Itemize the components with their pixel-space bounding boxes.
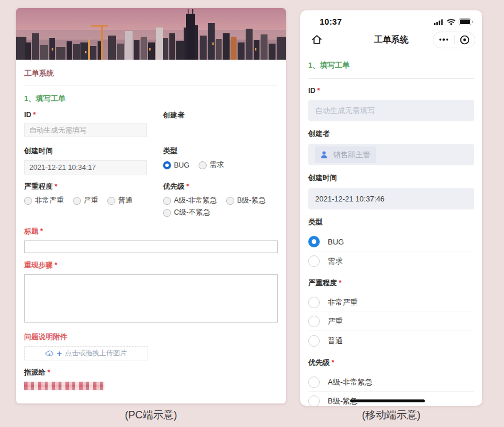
priority-option-b[interactable]: B级-紧急 (226, 196, 266, 205)
wifi-icon (447, 18, 456, 25)
assignee-label: 指派给* (24, 368, 278, 378)
required-marker: * (317, 87, 320, 95)
required-marker: * (33, 111, 36, 119)
created-time-input[interactable]: 2021-12-21 10:37:46 (308, 188, 474, 209)
more-button[interactable] (435, 32, 452, 48)
mobile-caption: (移动端示意) (300, 408, 482, 422)
steps-label: 重现步骤* (24, 261, 278, 270)
upload-dropzone[interactable]: + 点击或拖拽上传图片 (24, 346, 148, 360)
pc-caption: (PC端示意) (16, 408, 286, 422)
required-marker: * (48, 368, 51, 376)
pc-field-severity: 严重程度* 非常严重 严重 普通 (24, 182, 147, 218)
pc-section-title: 1、填写工单 (24, 94, 278, 104)
radio-selected-icon (308, 236, 320, 247)
radio-icon (308, 376, 320, 388)
radio-icon (308, 335, 320, 347)
radio-icon (308, 297, 320, 308)
home-button[interactable] (307, 30, 327, 49)
upload-text: 点击或拖拽上传图片 (65, 348, 127, 358)
creator-input[interactable]: 销售部主管 (308, 144, 474, 165)
severity-option-serious[interactable]: 严重 (73, 196, 98, 205)
creator-label: 创建者 (308, 129, 474, 139)
radio-icon (199, 161, 207, 169)
id-input[interactable]: 自动生成无需填写 (308, 100, 474, 121)
pc-field-title: 标题* (24, 227, 278, 253)
title-label: 标题* (24, 227, 278, 236)
pc-field-creator: 创建者 (163, 111, 278, 139)
radio-icon (226, 197, 234, 205)
steps-textarea[interactable] (24, 274, 278, 323)
plus-icon: + (57, 349, 62, 358)
mobile-panel: 10:37 (300, 10, 482, 406)
radio-icon (308, 395, 320, 406)
severity-option-critical[interactable]: 非常严重 (308, 293, 474, 312)
radio-icon (308, 316, 320, 327)
creator-label: 创建者 (163, 111, 278, 121)
miniprogram-capsule (433, 32, 475, 48)
required-marker: * (55, 261, 57, 269)
assignee-redacted-value (24, 382, 104, 390)
pc-field-type: 类型 BUG 需求 (163, 146, 278, 174)
attachment-label: 问题说明附件 (24, 332, 278, 342)
type-label: 类型 (308, 218, 474, 227)
battery-icon (459, 18, 473, 25)
severity-label: 严重程度* (308, 278, 474, 288)
capsule-close-icon (460, 35, 470, 45)
pc-field-id: ID* (24, 111, 147, 139)
id-input[interactable] (24, 123, 147, 137)
priority-label: 优先级* (308, 358, 474, 368)
capsule-close-button[interactable] (456, 32, 473, 48)
pc-field-attachment: 问题说明附件 + 点击或拖拽上传图片 (24, 332, 278, 360)
required-marker: * (332, 359, 335, 367)
radio-icon (163, 197, 171, 205)
severity-option-serious[interactable]: 严重 (308, 312, 474, 331)
priority-option-b[interactable]: B级-紧急 (308, 392, 474, 406)
priority-label: 优先级* (163, 182, 278, 192)
radio-icon (73, 197, 81, 205)
capsule-divider (454, 35, 455, 44)
city-skyline-image (16, 8, 286, 60)
title-input[interactable] (24, 240, 278, 253)
required-marker: * (339, 279, 342, 287)
radio-icon (24, 197, 32, 205)
creator-tag: 销售部主管 (315, 146, 376, 163)
priority-option-c[interactable]: C级-不紧急 (163, 208, 210, 218)
created-time-label: 创建时间 (24, 146, 147, 156)
radio-icon (308, 255, 320, 267)
cloud-upload-icon (45, 350, 54, 357)
created-time-label: 创建时间 (308, 173, 474, 183)
status-time: 10:37 (320, 17, 342, 26)
required-marker: * (55, 183, 57, 191)
priority-option-a[interactable]: A级-非常紧急 (163, 196, 217, 205)
created-time-input[interactable] (24, 160, 147, 174)
mobile-section-title: 1、填写工单 (308, 53, 474, 79)
pc-field-priority: 优先级* A级-非常紧急 B级-紧急 C级-不紧急 (163, 182, 278, 218)
signal-icon (434, 19, 444, 25)
type-option-requirement[interactable]: 需求 (199, 160, 224, 170)
type-option-bug[interactable]: BUG (163, 160, 189, 170)
type-label: 类型 (163, 146, 278, 156)
pc-field-created-time: 创建时间 (24, 146, 147, 174)
severity-option-normal[interactable]: 普通 (308, 331, 474, 350)
priority-option-a[interactable]: A级-非常紧急 (308, 373, 474, 392)
home-icon (311, 33, 323, 46)
pc-field-assignee: 指派给* (24, 368, 278, 390)
severity-option-normal[interactable]: 普通 (107, 196, 133, 205)
type-option-requirement[interactable]: 需求 (308, 251, 474, 270)
id-label: ID* (24, 111, 147, 119)
required-marker: * (40, 227, 43, 235)
severity-option-critical[interactable]: 非常严重 (24, 196, 64, 205)
mobile-nav-bar: 工单系统 (300, 26, 482, 53)
pc-app-title: 工单系统 (24, 60, 278, 86)
pc-panel: 工单系统 1、填写工单 ID* 创建者 创建时间 类型 BUG 需求 (16, 8, 286, 403)
more-icon (439, 38, 449, 41)
type-option-bug[interactable]: BUG (308, 232, 474, 251)
home-indicator (350, 399, 425, 402)
mobile-status-bar: 10:37 (300, 10, 482, 26)
required-marker: * (187, 183, 189, 191)
person-icon (320, 150, 328, 159)
radio-icon (107, 197, 115, 205)
radio-selected-icon (163, 161, 171, 169)
pc-field-steps: 重现步骤* (24, 261, 278, 325)
severity-label: 严重程度* (24, 182, 147, 192)
